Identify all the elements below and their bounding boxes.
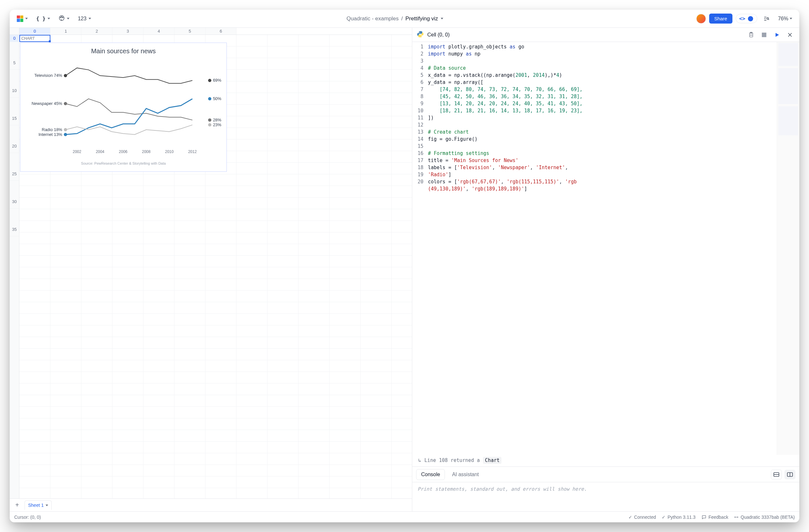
svg-point-3 xyxy=(62,17,63,18)
svg-point-17 xyxy=(208,79,211,82)
return-text: Line 108 returned a xyxy=(424,457,480,463)
spreadsheet-panel: 0 1 2 3 4 5 6 0 5 10 15 20 25 30 35 xyxy=(10,28,412,511)
column-header[interactable]: 0 xyxy=(19,28,50,35)
breadcrumb: Quadratic - examples / Prettifying viz xyxy=(97,16,693,22)
code-content[interactable]: import plotly.graph_objects as go import… xyxy=(427,42,777,455)
row-header[interactable]: 0 xyxy=(10,35,19,42)
search-list-icon xyxy=(763,16,770,22)
svg-text:28%: 28% xyxy=(213,118,221,122)
row-header[interactable]: 15 xyxy=(10,97,19,125)
svg-line-8 xyxy=(768,19,769,20)
number-format-menu[interactable]: 123 xyxy=(75,13,94,24)
cell-reference: Cell (0, 0) xyxy=(427,32,449,38)
run-button[interactable] xyxy=(772,30,782,40)
row-header-column: 0 5 10 15 20 25 30 35 xyxy=(10,35,19,498)
column-header[interactable]: 3 xyxy=(113,28,143,35)
chevron-down-icon xyxy=(48,18,50,19)
palette-icon xyxy=(58,15,65,23)
active-dot-icon xyxy=(748,16,753,21)
command-palette-button[interactable] xyxy=(760,13,772,24)
layout-horizontal-icon xyxy=(773,472,779,477)
add-sheet-button[interactable]: + xyxy=(12,500,22,510)
svg-point-1 xyxy=(60,17,61,18)
svg-text:2010: 2010 xyxy=(165,149,174,154)
row-header[interactable]: 25 xyxy=(10,153,19,181)
svg-point-19 xyxy=(64,102,67,105)
chart-source: Source: PewResearch Center & Storytellin… xyxy=(20,161,226,165)
code-panel-header: Cell (0, 0) xyxy=(412,28,799,42)
sheet-tab-label: Sheet 1 xyxy=(28,503,44,508)
select-all-corner[interactable] xyxy=(10,28,19,35)
code-mode-toggle[interactable]: <> xyxy=(736,14,757,23)
column-header[interactable]: 5 xyxy=(174,28,206,35)
svg-point-23 xyxy=(64,133,67,136)
code-menu[interactable]: { } xyxy=(34,13,53,24)
console-output: Print statements, standard out, and erro… xyxy=(412,482,799,511)
column-header[interactable]: 2 xyxy=(82,28,113,35)
svg-point-29 xyxy=(208,123,211,126)
tab-console[interactable]: Console xyxy=(416,469,445,480)
logo-menu[interactable] xyxy=(14,13,30,24)
chart-output[interactable]: Main sources for news 200220042006200820… xyxy=(20,42,227,172)
breadcrumb-sep: / xyxy=(401,16,403,22)
column-header[interactable]: 1 xyxy=(50,28,82,35)
column-header[interactable]: 4 xyxy=(143,28,174,35)
row-header[interactable]: 20 xyxy=(10,125,19,153)
row-header[interactable]: 5 xyxy=(10,42,19,70)
tab-ai-assistant[interactable]: AI assistant xyxy=(447,469,483,480)
svg-text:50%: 50% xyxy=(213,96,221,101)
snippets-button[interactable] xyxy=(746,30,756,40)
number-format-label: 123 xyxy=(78,16,87,22)
feedback-link[interactable]: Feedback xyxy=(701,515,728,520)
svg-text:Newspaper 45%: Newspaper 45% xyxy=(32,101,62,106)
svg-point-42 xyxy=(735,516,736,517)
chevron-down-icon xyxy=(46,504,48,506)
stop-icon xyxy=(762,33,767,37)
grid-cells[interactable]: CHART Main sources for news 200220042006… xyxy=(19,35,412,498)
play-icon xyxy=(774,32,780,38)
return-type-badge: Chart xyxy=(483,457,501,464)
cursor-position: Cursor: (0, 0) xyxy=(14,515,41,520)
version-icon xyxy=(734,515,739,519)
app-logo-icon xyxy=(17,16,23,22)
chevron-down-icon xyxy=(88,18,91,19)
status-bar: Cursor: (0, 0) ✓Connected ✓Python 3.11.3… xyxy=(10,511,799,522)
layout-horizontal-button[interactable] xyxy=(771,470,782,479)
close-icon xyxy=(787,32,793,38)
share-button[interactable]: Share xyxy=(709,14,733,23)
svg-text:2004: 2004 xyxy=(96,149,104,154)
chevron-down-icon xyxy=(25,18,28,19)
status-connected: ✓Connected xyxy=(629,515,656,520)
row-header[interactable]: 30 xyxy=(10,181,19,209)
svg-point-43 xyxy=(737,516,738,517)
column-header[interactable]: 6 xyxy=(206,28,237,35)
chevron-down-icon xyxy=(67,18,69,19)
svg-point-21 xyxy=(208,119,211,122)
svg-point-25 xyxy=(208,97,211,101)
code-editor[interactable]: 1234567891011121314151617181920 import p… xyxy=(412,42,799,455)
close-button[interactable] xyxy=(785,30,795,40)
sheet-tab-active[interactable]: Sheet 1 xyxy=(24,500,52,510)
row-header[interactable]: 35 xyxy=(10,209,19,236)
svg-point-15 xyxy=(64,74,67,77)
selected-cell[interactable]: CHART xyxy=(19,35,50,42)
theme-menu[interactable] xyxy=(56,13,72,24)
console-tab-bar: Console AI assistant xyxy=(412,467,799,482)
stop-button[interactable] xyxy=(759,30,769,40)
sheet-tab-bar: + Sheet 1 xyxy=(10,498,412,511)
avatar[interactable] xyxy=(696,14,706,23)
code-panel: Cell (0, 0) 1234567891011121314151617181… xyxy=(412,28,799,511)
svg-text:2002: 2002 xyxy=(73,149,82,154)
editor-minimap[interactable] xyxy=(777,42,799,455)
check-icon: ✓ xyxy=(662,515,666,520)
document-name[interactable]: Prettifying viz xyxy=(406,16,438,22)
zoom-dropdown[interactable]: 76% xyxy=(775,13,795,24)
chat-icon xyxy=(701,515,707,520)
layout-vertical-button[interactable] xyxy=(785,470,795,479)
svg-text:Radio 18%: Radio 18% xyxy=(42,127,62,132)
row-header[interactable]: 10 xyxy=(10,70,19,97)
svg-text:Television 74%: Television 74% xyxy=(34,73,62,78)
code-angles-icon: <> xyxy=(739,16,745,22)
return-arrow-icon: ↳ xyxy=(418,457,421,463)
svg-point-32 xyxy=(421,36,422,36)
